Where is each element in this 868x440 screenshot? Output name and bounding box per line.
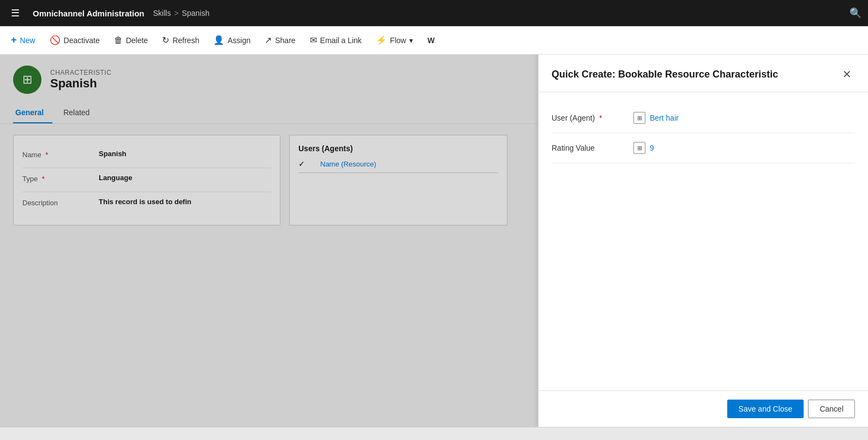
record-name: Spanish xyxy=(50,76,111,91)
save-and-close-button[interactable]: Save and Close xyxy=(727,400,804,418)
share-icon: ↗ xyxy=(265,35,272,45)
quick-create-panel: Quick Create: Bookable Resource Characte… xyxy=(538,55,868,427)
breadcrumb-separator: > xyxy=(174,9,178,17)
more-button[interactable]: W xyxy=(421,33,441,48)
flow-icon: ⚡ xyxy=(376,35,387,45)
assign-icon: 👤 xyxy=(213,35,224,45)
hamburger-menu-icon[interactable]: ☰ xyxy=(7,5,24,21)
main-area: ⊞ CHARACTERISTIC Spanish General Related xyxy=(0,55,868,427)
users-agents-section: Users (Agents) ✓ Name (Resource) xyxy=(289,135,507,225)
rating-value-lookup-icon: ⊞ xyxy=(633,142,645,154)
command-bar: + New 🚫 Deactivate 🗑 Delete ↻ Refresh 👤 … xyxy=(0,26,868,55)
users-table-header: ✓ Name (Resource) xyxy=(298,159,498,173)
tabs-bar: General Related xyxy=(0,103,538,124)
name-label: Name * xyxy=(22,150,99,159)
rating-value-container: ⊞ 9 xyxy=(633,142,855,154)
record-icon: ⊞ xyxy=(13,66,41,94)
tab-related[interactable]: Related xyxy=(61,103,98,123)
name-value[interactable]: Spanish xyxy=(99,150,271,158)
form-row-description: Description This record is used to defin xyxy=(22,192,271,216)
type-label: Type * xyxy=(22,174,99,183)
app-title: Omnichannel Administration xyxy=(28,9,148,18)
record-meta: CHARACTERISTIC Spanish xyxy=(50,69,111,91)
name-resource-column-header[interactable]: Name (Resource) xyxy=(320,160,376,168)
check-column: ✓ xyxy=(298,159,316,168)
chevron-down-icon: ▾ xyxy=(409,36,413,45)
user-agent-lookup-icon: ⊞ xyxy=(633,112,645,124)
quick-create-body: User (Agent) * ⊞ Bert hair Rating Value … xyxy=(538,92,868,390)
plus-icon: + xyxy=(11,34,17,46)
rating-value[interactable]: 9 xyxy=(650,144,654,152)
refresh-button[interactable]: ↻ Refresh xyxy=(155,32,206,49)
breadcrumb-skills[interactable]: Skills xyxy=(153,9,171,17)
rating-value-field-row: Rating Value ⊞ 9 xyxy=(552,133,855,163)
type-required-indicator: * xyxy=(42,175,45,183)
breadcrumb-spanish[interactable]: Spanish xyxy=(182,9,209,17)
name-required-indicator: * xyxy=(45,151,48,159)
assign-button[interactable]: 👤 Assign xyxy=(207,32,257,49)
type-value[interactable]: Language xyxy=(99,174,271,182)
quick-create-title: Quick Create: Bookable Resource Characte… xyxy=(552,69,778,80)
new-button[interactable]: + New xyxy=(4,31,42,49)
status-bar xyxy=(0,427,868,440)
search-icon[interactable]: 🔍 xyxy=(849,7,861,19)
tab-general[interactable]: General xyxy=(13,103,52,123)
general-form-section: Name * Spanish Type * Language Descript xyxy=(13,135,280,225)
breadcrumb: Skills > Spanish xyxy=(153,9,209,17)
user-agent-value[interactable]: Bert hair xyxy=(650,114,679,122)
delete-icon: 🗑 xyxy=(114,35,123,45)
quick-create-header: Quick Create: Bookable Resource Characte… xyxy=(538,55,868,92)
close-button[interactable]: ✕ xyxy=(839,66,855,83)
deactivate-button[interactable]: 🚫 Deactivate xyxy=(43,32,106,49)
left-panel: ⊞ CHARACTERISTIC Spanish General Related xyxy=(0,55,538,427)
flow-button[interactable]: ⚡ Flow ▾ xyxy=(369,32,420,49)
user-agent-value-container: ⊞ Bert hair xyxy=(633,112,855,124)
top-nav: ☰ Omnichannel Administration Skills > Sp… xyxy=(0,0,868,26)
refresh-icon: ↻ xyxy=(162,35,169,45)
rating-value-label: Rating Value xyxy=(552,144,633,152)
user-agent-field-row: User (Agent) * ⊞ Bert hair xyxy=(552,103,855,133)
form-row-type: Type * Language xyxy=(22,168,271,192)
word-icon: W xyxy=(427,36,434,45)
email-link-button[interactable]: ✉ Email a Link xyxy=(303,32,368,49)
description-value[interactable]: This record is used to defin xyxy=(99,198,271,206)
delete-button[interactable]: 🗑 Delete xyxy=(107,32,154,49)
description-label: Description xyxy=(22,198,99,207)
characteristic-icon-glyph: ⊞ xyxy=(22,73,32,87)
user-agent-label: User (Agent) * xyxy=(552,114,633,122)
quick-create-footer: Save and Close Cancel xyxy=(538,390,868,427)
form-area: Name * Spanish Type * Language Descript xyxy=(0,124,538,236)
share-button[interactable]: ↗ Share xyxy=(258,32,302,49)
record-header: ⊞ CHARACTERISTIC Spanish xyxy=(0,55,538,103)
record-type-label: CHARACTERISTIC xyxy=(50,69,111,76)
form-row-name: Name * Spanish xyxy=(22,144,271,168)
user-agent-required-indicator: * xyxy=(599,114,602,122)
email-icon: ✉ xyxy=(310,35,317,45)
cancel-button[interactable]: Cancel xyxy=(808,400,855,418)
deactivate-icon: 🚫 xyxy=(50,35,61,45)
users-section-header: Users (Agents) xyxy=(298,144,498,153)
